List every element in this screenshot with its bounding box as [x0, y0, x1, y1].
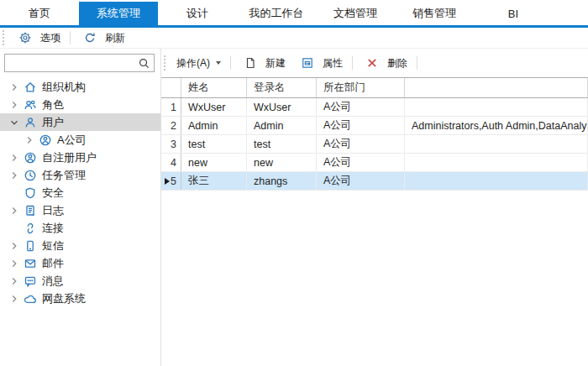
cell-department[interactable]: A公司 — [317, 98, 405, 116]
expander-collapsed-icon[interactable] — [8, 152, 20, 164]
tree-item-mail[interactable]: 邮件 — [0, 254, 160, 272]
mail-icon — [24, 257, 37, 270]
properties-button[interactable]: 属性 — [291, 54, 349, 73]
table-row[interactable]: 4 new new A公司 — [161, 154, 588, 172]
cell-login[interactable]: new — [247, 154, 317, 171]
expander-collapsed-icon[interactable] — [8, 258, 20, 269]
tree-item-organization[interactable]: 组织机构 — [0, 78, 160, 96]
sidebar-search-input[interactable] — [4, 54, 155, 72]
tree-item-company-a[interactable]: A公司 — [0, 131, 160, 149]
clock-icon — [24, 169, 37, 182]
cell-department[interactable]: A公司 — [317, 135, 405, 153]
cell-name[interactable]: Admin — [181, 117, 247, 134]
row-number[interactable]: 4 — [161, 154, 181, 171]
new-label: 新建 — [265, 56, 286, 71]
tree-item-messages[interactable]: 消息 — [0, 272, 160, 290]
gear-icon — [18, 31, 32, 44]
table-row[interactable]: 2 Admin Admin A公司 Administrators,Auth Ad… — [161, 117, 588, 135]
tree-item-users[interactable]: 用户 — [0, 113, 160, 131]
expander-collapsed-icon[interactable] — [8, 170, 20, 181]
tree-item-roles[interactable]: 角色 — [0, 96, 160, 113]
delete-button[interactable]: 删除 — [356, 54, 413, 73]
toolbar-grip[interactable] — [164, 55, 166, 71]
expander-collapsed-icon[interactable] — [8, 275, 20, 287]
tree-item-logs[interactable]: 日志 — [0, 201, 160, 219]
message-icon — [24, 274, 37, 288]
tree-item-label: 日志 — [42, 203, 64, 218]
tab-document-management[interactable]: 文档管理 — [316, 2, 395, 25]
toolbar-separator — [230, 56, 231, 70]
tree-item-label: 角色 — [42, 97, 64, 112]
toolbar-grip[interactable] — [3, 30, 5, 45]
tree-item-self-registered-users[interactable]: 自注册用户 — [0, 149, 160, 166]
cell-department[interactable]: A公司 — [317, 117, 405, 134]
sidebar-search — [4, 54, 155, 72]
column-header-extra[interactable] — [405, 78, 588, 97]
shield-icon — [24, 186, 37, 200]
tree-item-label: 任务管理 — [42, 168, 86, 183]
new-button[interactable]: 新建 — [234, 54, 291, 73]
tree-item-netdisk-system[interactable]: 网盘系统 — [0, 290, 160, 307]
tree-item-task-management[interactable]: 任务管理 — [0, 166, 160, 184]
tree-item-label: 用户 — [42, 115, 64, 130]
tab-bi[interactable]: BI — [474, 2, 553, 25]
user-circle-icon — [39, 133, 52, 147]
refresh-icon — [83, 31, 97, 44]
cloud-icon — [24, 292, 37, 306]
cell-login[interactable]: zhangs — [247, 172, 317, 190]
refresh-button[interactable]: 刷新 — [74, 29, 131, 48]
tree-item-label: 邮件 — [42, 256, 64, 271]
user-icon — [24, 116, 37, 129]
cell-name[interactable]: new — [181, 154, 247, 171]
navigation-tree: 组织机构 角色 用户 A公司 自注册用户 — [0, 78, 160, 307]
row-number[interactable]: 5 — [161, 172, 181, 190]
cell-login[interactable]: Admin — [247, 117, 317, 134]
tab-sales-management[interactable]: 销售管理 — [395, 2, 474, 25]
cell-roles[interactable] — [405, 172, 588, 190]
cell-department[interactable]: A公司 — [317, 154, 405, 171]
row-number[interactable]: 1 — [161, 98, 181, 116]
cell-login[interactable]: WxUser — [247, 98, 317, 116]
toolbar-separator — [417, 56, 417, 70]
tree-item-security[interactable]: 安全 — [0, 184, 160, 201]
column-header-login[interactable]: 登录名 — [247, 78, 317, 97]
chevron-down-icon — [216, 61, 221, 65]
cell-roles[interactable]: Administrators,Auth Admin,DataAnalys — [405, 117, 588, 134]
expander-collapsed-icon[interactable] — [8, 81, 20, 93]
cell-name[interactable]: WxUser — [181, 98, 247, 116]
table-row[interactable]: 3 test test A公司 — [161, 135, 588, 154]
cell-department[interactable]: A公司 — [317, 172, 405, 190]
tab-my-workspace[interactable]: 我的工作台 — [237, 2, 316, 25]
column-header-department[interactable]: 所在部门 — [317, 78, 405, 97]
tab-home[interactable]: 首页 — [0, 2, 79, 25]
column-header-name[interactable]: 姓名 — [181, 78, 247, 97]
tab-system-management[interactable]: 系统管理 — [79, 2, 158, 25]
action-menu-button[interactable]: 操作(A) — [171, 54, 227, 73]
tree-item-sms[interactable]: 短信 — [0, 237, 160, 254]
tree-item-label: 消息 — [42, 274, 64, 289]
options-button[interactable]: 选项 — [9, 29, 66, 48]
home-icon — [24, 81, 37, 94]
expander-expanded-icon[interactable] — [8, 117, 20, 128]
expander-collapsed-icon[interactable] — [24, 134, 35, 146]
cell-name[interactable]: test — [181, 135, 247, 153]
cell-roles[interactable] — [405, 154, 588, 171]
table-row[interactable]: 1 WxUser WxUser A公司 — [161, 98, 588, 117]
cell-name[interactable]: 张三 — [181, 172, 247, 190]
expander-collapsed-icon[interactable] — [8, 99, 20, 111]
search-icon[interactable] — [138, 57, 150, 70]
row-number[interactable]: 2 — [161, 117, 181, 134]
tree-item-connections[interactable]: 连接 — [0, 219, 160, 237]
expander-collapsed-icon[interactable] — [8, 240, 20, 252]
toolbar-separator — [70, 31, 71, 44]
cell-login[interactable]: test — [247, 135, 317, 153]
tree-item-label: 连接 — [42, 221, 64, 236]
expander-collapsed-icon[interactable] — [8, 293, 20, 305]
cell-roles[interactable] — [405, 98, 588, 116]
tab-design[interactable]: 设计 — [158, 2, 237, 25]
expander-collapsed-icon[interactable] — [8, 205, 20, 217]
table-row-selected[interactable]: 5 张三 zhangs A公司 — [161, 172, 588, 191]
row-number[interactable]: 3 — [161, 135, 181, 153]
cell-roles[interactable] — [405, 135, 588, 153]
main-panel: 操作(A) 新建 属性 删除 姓名 登录名 — [161, 49, 588, 366]
